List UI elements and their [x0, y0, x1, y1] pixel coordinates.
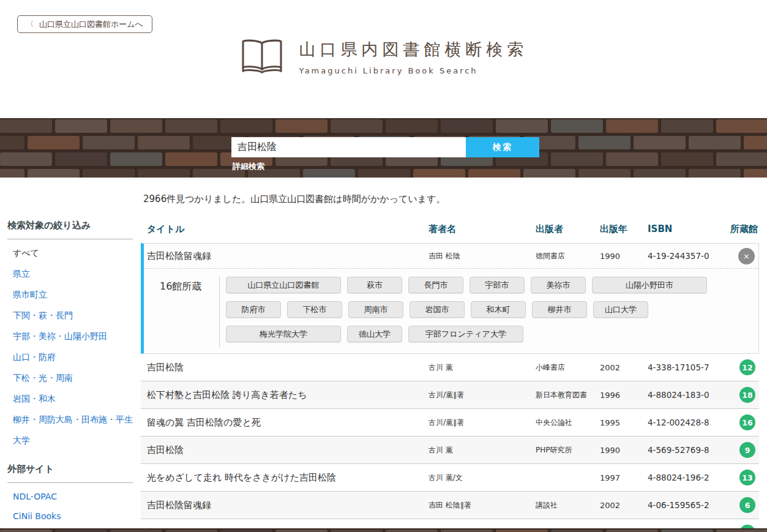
sidebar-filter-item[interactable]: 柳井・周防大島・田布施・平生: [0, 410, 133, 430]
book-publisher: 中央公論社: [536, 418, 600, 428]
holding-library-button[interactable]: 宇部フロンティア大学: [408, 326, 523, 342]
book-publisher: 講談社: [536, 500, 600, 511]
filter-list: すべて 県立 県市町立 下関・萩・長門 宇部・美祢・山陽小野田 山口・防府 下松…: [0, 239, 133, 454]
back-button[interactable]: 〈 山口県立山口図書館ホームへ: [17, 15, 152, 33]
book-author: 古川 薫: [428, 362, 536, 373]
book-year: 2002: [600, 501, 648, 510]
book-author: 吉田 松陰∥著: [428, 500, 536, 511]
book-isbn: 4-88024-196-2: [648, 473, 728, 482]
book-title: 松下村塾と吉田松陰 誇り高き若者たち: [141, 389, 428, 401]
sidebar: 検索対象の絞り込み すべて 県立 県市町立 下関・萩・長門 宇部・美祢・山陽小野…: [0, 216, 133, 532]
close-icon: ×: [743, 248, 750, 264]
column-header: 著者名: [428, 223, 536, 235]
book-isbn: 4-12-002428-8: [648, 418, 728, 427]
site-subtitle: Yamaguchi Library Book Search: [299, 66, 528, 75]
book-author: 古川/薫∥著: [428, 418, 536, 428]
result-row[interactable]: 吉田松陰留魂録 吉田 松陰∥著 講談社 2002 4-06-159565-2 6: [141, 492, 759, 519]
book-year: 1990: [600, 252, 648, 261]
book-publisher: 徳間書店: [536, 251, 600, 261]
result-row[interactable]: 留魂の翼 吉田松陰の愛と死 古川/薫∥著 中央公論社 1995 4-12-002…: [141, 409, 759, 436]
holding-library-button[interactable]: 山陽小野田市: [592, 277, 707, 293]
holding-library-button[interactable]: 長門市: [408, 277, 463, 293]
advanced-search-link[interactable]: 詳細検索: [233, 161, 264, 172]
sidebar-filter-item[interactable]: 山口・防府: [0, 347, 133, 368]
sidebar-external-link[interactable]: NDL-OPAC: [0, 487, 133, 506]
book-publisher: 新日本教育図書: [536, 390, 600, 400]
table-header-row: タイトル 著者名 出版者 出版年 ISBN 所蔵館: [141, 219, 759, 243]
holdings-detail: 16館所蔵 山口県立山口図書館 萩市 長門市 宇部市 美祢市: [144, 269, 758, 347]
result-row[interactable]: 光をめざして走れ 時代をさきがけた吉田松陰 古川 薫/文 1997 4-8802…: [141, 464, 759, 492]
holdings-count-badge[interactable]: 18: [739, 387, 755, 403]
column-header: タイトル: [141, 223, 428, 235]
book-year: 1990: [600, 446, 648, 455]
holdings-count-badge[interactable]: 13: [739, 470, 755, 485]
sidebar-filter-item[interactable]: 下関・萩・長門: [0, 305, 133, 326]
book-author: 古川/薫∥著: [428, 390, 536, 400]
book-publisher: PHP研究所: [536, 445, 600, 455]
holdings-count-badge[interactable]: 12: [739, 359, 755, 375]
sidebar-filter-item[interactable]: 下松・光・周南: [0, 368, 133, 389]
holding-library-button[interactable]: 宇部市: [470, 277, 525, 293]
book-author: 古川 薫/文: [428, 473, 536, 483]
holding-library-button[interactable]: 山口大学: [593, 301, 648, 318]
result-row[interactable]: 松下村塾と吉田松陰 誇り高き若者たち 古川/薫∥著 新日本教育図書 1996 4…: [141, 381, 759, 409]
holding-library-button[interactable]: 山口県立山口図書館: [226, 277, 341, 293]
footer-brick-bar: [0, 528, 767, 532]
back-button-label: 山口県立山口図書館ホームへ: [39, 19, 143, 30]
external-section-header: 外部サイト: [0, 460, 133, 482]
sidebar-filter-item[interactable]: 県立: [0, 264, 133, 285]
holdings-count-badge[interactable]: 9: [739, 442, 755, 458]
column-header: ISBN: [648, 223, 728, 234]
result-row[interactable]: 吉田松陰 古川 薫 小峰書店 2002 4-338-17105-7 12: [141, 354, 759, 381]
expanded-result-row[interactable]: 吉田松陰留魂録 吉田 松陰 徳間書店 1990 4-19-244357-0 ×: [144, 244, 758, 269]
holding-library-button[interactable]: 萩市: [347, 277, 402, 293]
sidebar-filter-item[interactable]: 県市町立: [0, 285, 133, 305]
holding-library-button[interactable]: 徳山大学: [347, 326, 402, 342]
search-button[interactable]: 検索: [466, 137, 539, 157]
sidebar-external-link[interactable]: CiNii Books: [0, 506, 133, 526]
holding-library-button[interactable]: 周南市: [348, 301, 403, 318]
book-year: 1995: [600, 418, 648, 427]
open-book-icon: [239, 38, 285, 76]
book-isbn: 4-06-159565-2: [648, 500, 728, 510]
search-input[interactable]: [231, 137, 466, 157]
holdings-count-badge[interactable]: 16: [739, 414, 755, 430]
holding-library-button[interactable]: 岩国市: [410, 301, 465, 318]
holdings-count-label: 16館所蔵: [144, 277, 219, 347]
holdings-count-badge[interactable]: 6: [739, 497, 755, 513]
holding-library-button[interactable]: 防府市: [226, 301, 281, 318]
book-title: 吉田松陰: [141, 444, 428, 456]
column-header: 出版年: [600, 223, 648, 235]
column-header: 所蔵館: [728, 223, 759, 235]
filter-section-header: 検索対象の絞り込み: [0, 216, 133, 239]
book-year: 1997: [600, 473, 648, 482]
holding-library-button[interactable]: 柳井市: [532, 301, 587, 318]
holding-library-button[interactable]: 下松市: [287, 301, 342, 318]
holding-library-button[interactable]: 梅光学院大学: [226, 326, 341, 342]
book-isbn: 4-88024-183-0: [648, 390, 728, 400]
holding-library-button[interactable]: 美祢市: [531, 277, 586, 293]
sidebar-filter-item[interactable]: 岩国・和木: [0, 389, 133, 410]
book-isbn: 4-19-244357-0: [648, 251, 728, 261]
sidebar-filter-item[interactable]: 大学: [0, 430, 133, 451]
sidebar-filter-item[interactable]: 宇部・美祢・山陽小野田: [0, 326, 133, 347]
book-title: 吉田松陰: [141, 362, 428, 373]
site-title: 山口県内図書館横断検索: [299, 39, 528, 61]
sidebar-filter-item[interactable]: すべて: [0, 243, 133, 264]
result-row[interactable]: 吉田松陰 古川 薫 PHP研究所 1990 4-569-52769-8 9: [141, 436, 759, 464]
book-title: 留魂の翼 吉田松陰の愛と死: [141, 417, 428, 429]
book-year: 2002: [600, 363, 648, 372]
page: 〈 山口県立山口図書館ホームへ 山口県内図書館横断検索 Yamaguchi Li…: [0, 0, 767, 532]
book-author: 吉田 松陰: [428, 251, 536, 261]
holding-library-button[interactable]: 和木町: [471, 301, 526, 318]
close-button[interactable]: ×: [738, 248, 755, 264]
book-year: 1996: [600, 391, 648, 400]
book-title: 光をめざして走れ 時代をさきがけた吉田松陰: [141, 472, 428, 484]
expanded-result-group: 吉田松陰留魂録 吉田 松陰 徳間書店 1990 4-19-244357-0 × …: [141, 243, 759, 354]
results-table: タイトル 著者名 出版者 出版年 ISBN 所蔵館 吉田松陰留魂録 吉田 松陰 …: [141, 219, 759, 532]
external-list: NDL-OPAC CiNii Books: [0, 483, 133, 528]
book-title: 吉田松陰留魂録: [141, 500, 428, 511]
search-banner: 検索 詳細検索: [0, 118, 767, 178]
column-header: 出版者: [536, 223, 600, 235]
book-publisher: 小峰書店: [536, 362, 600, 373]
